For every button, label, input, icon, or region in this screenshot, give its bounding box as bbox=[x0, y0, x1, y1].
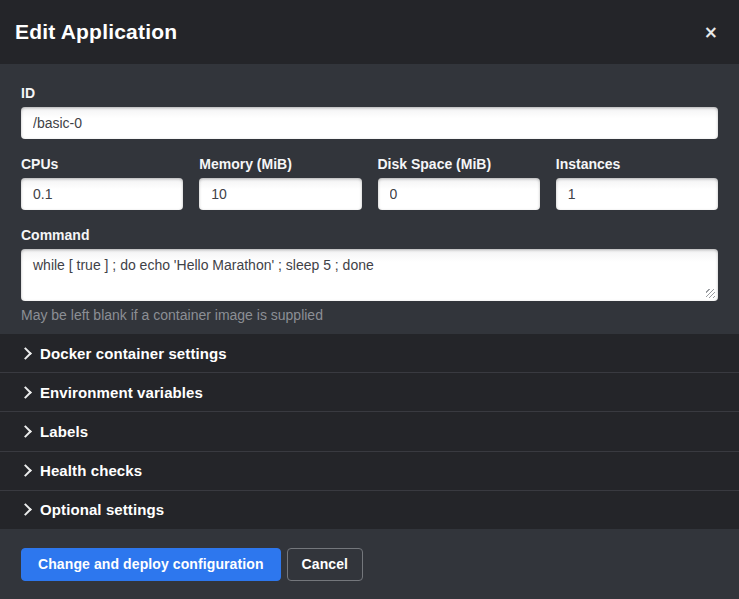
accordion-section-docker[interactable]: Docker container settings bbox=[0, 334, 739, 373]
cpus-label: CPUs bbox=[21, 156, 183, 172]
accordion-section-environment-variables[interactable]: Environment variables bbox=[0, 373, 739, 412]
cpus-input[interactable] bbox=[21, 178, 183, 210]
instances-input[interactable] bbox=[556, 178, 718, 210]
modal-header: Edit Application × bbox=[0, 0, 739, 64]
modal-footer: Change and deploy configuration Cancel bbox=[0, 529, 739, 599]
accordion-label: Optional settings bbox=[40, 501, 164, 518]
cpus-field-group: CPUs bbox=[21, 156, 183, 210]
disk-space-label: Disk Space (MiB) bbox=[378, 156, 540, 172]
command-textarea-wrap: while [ true ] ; do echo 'Hello Marathon… bbox=[21, 249, 718, 301]
accordion-label: Environment variables bbox=[40, 384, 203, 401]
accordion-label: Docker container settings bbox=[40, 345, 227, 362]
instances-field-group: Instances bbox=[556, 156, 718, 210]
modal-title: Edit Application bbox=[15, 20, 700, 44]
accordion-section-health-checks[interactable]: Health checks bbox=[0, 452, 739, 491]
chevron-right-icon bbox=[19, 347, 32, 360]
accordion-label: Health checks bbox=[40, 462, 142, 479]
disk-space-field-group: Disk Space (MiB) bbox=[378, 156, 540, 210]
form-section: ID CPUs Memory (MiB) Disk Space (MiB) In… bbox=[0, 64, 739, 334]
chevron-right-icon bbox=[19, 464, 32, 477]
accordion-label: Labels bbox=[40, 423, 88, 440]
memory-input[interactable] bbox=[199, 178, 361, 210]
disk-space-input[interactable] bbox=[378, 178, 540, 210]
edit-application-modal: Edit Application × ID CPUs Memory (MiB) … bbox=[0, 0, 739, 599]
change-and-deploy-button[interactable]: Change and deploy configuration bbox=[21, 548, 281, 581]
chevron-right-icon bbox=[19, 425, 32, 438]
chevron-right-icon bbox=[19, 386, 32, 399]
chevron-right-icon bbox=[19, 504, 32, 517]
id-label: ID bbox=[21, 85, 718, 101]
close-icon[interactable]: × bbox=[700, 22, 722, 43]
id-input[interactable] bbox=[21, 107, 718, 139]
command-label: Command bbox=[21, 227, 718, 243]
instances-label: Instances bbox=[556, 156, 718, 172]
command-textarea[interactable]: while [ true ] ; do echo 'Hello Marathon… bbox=[21, 249, 718, 301]
command-help-text: May be left blank if a container image i… bbox=[21, 307, 718, 323]
cancel-button[interactable]: Cancel bbox=[287, 548, 364, 581]
command-field-group: Command while [ true ] ; do echo 'Hello … bbox=[21, 227, 718, 323]
accordion-section: Docker container settings Environment va… bbox=[0, 334, 739, 529]
memory-field-group: Memory (MiB) bbox=[199, 156, 361, 210]
memory-label: Memory (MiB) bbox=[199, 156, 361, 172]
accordion-section-optional-settings[interactable]: Optional settings bbox=[0, 491, 739, 529]
accordion-section-labels[interactable]: Labels bbox=[0, 412, 739, 451]
id-field-group: ID bbox=[21, 85, 718, 139]
resources-row: CPUs Memory (MiB) Disk Space (MiB) Insta… bbox=[21, 156, 718, 210]
